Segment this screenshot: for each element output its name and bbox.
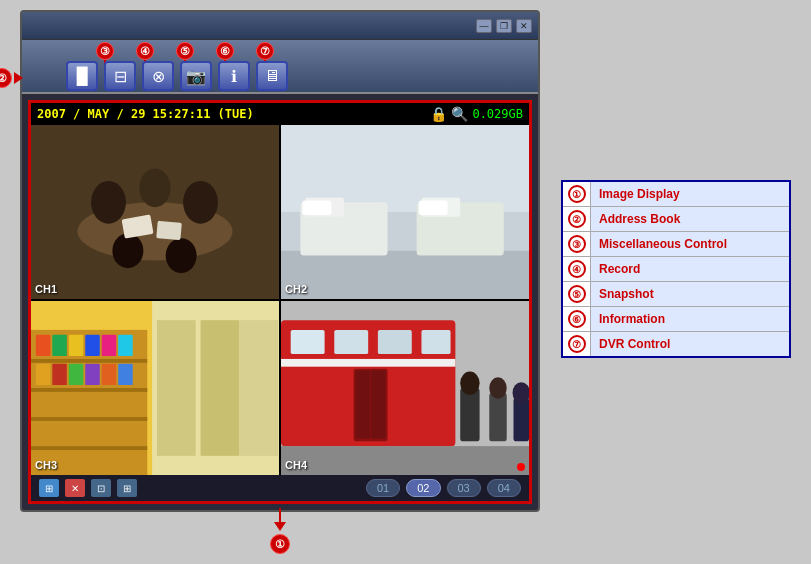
svg-point-3 <box>140 168 171 207</box>
recording-indicator <box>517 463 525 471</box>
legend-label-4: Record <box>591 257 789 281</box>
svg-point-2 <box>91 181 126 224</box>
record-icon: ⊗ <box>152 67 165 86</box>
svg-rect-16 <box>302 200 331 215</box>
toolbar-button-misc[interactable]: ⊟ <box>104 61 136 91</box>
svg-rect-21 <box>31 388 147 392</box>
channel-label-2: CH2 <box>285 283 307 295</box>
annotation-1-container: ① <box>270 508 290 554</box>
legend-circle-7: ⑦ <box>568 335 586 353</box>
svg-rect-34 <box>102 364 117 385</box>
svg-rect-29 <box>118 335 133 356</box>
lock-icon: 🔒 <box>430 106 447 122</box>
info-icon: ℹ <box>231 67 237 86</box>
restore-button[interactable]: ❐ <box>496 19 512 33</box>
svg-rect-23 <box>31 446 147 450</box>
window-controls: — ❐ ✕ <box>476 19 532 33</box>
annotation-1-badge: ① <box>270 534 290 554</box>
channel-btn-04[interactable]: 04 <box>487 479 521 497</box>
video-footer: ⊞ ✕ ⊡ ⊞ 01 02 03 04 <box>31 475 529 501</box>
channel-btn-03[interactable]: 03 <box>447 479 481 497</box>
timestamp-display: 2007 / MAY / 29 15:27:11 (TUE) <box>37 107 254 121</box>
svg-rect-32 <box>69 364 84 385</box>
legend-row-4: ④ Record <box>563 257 789 282</box>
legend-num-6: ⑥ <box>563 307 591 331</box>
svg-point-5 <box>112 233 143 268</box>
annotation-1-arrowhead <box>274 522 286 531</box>
svg-rect-17 <box>419 200 448 215</box>
video-header: 2007 / MAY / 29 15:27:11 (TUE) 🔒 🔍 0.029… <box>31 103 529 125</box>
camera-feed-4[interactable]: CH4 <box>281 301 529 475</box>
svg-point-4 <box>183 181 218 224</box>
svg-rect-43 <box>334 330 368 354</box>
svg-point-6 <box>166 238 197 273</box>
legend-row-7: ⑦ DVR Control <box>563 332 789 356</box>
legend-panel: ① Image Display ② Address Book ③ Miscell… <box>561 180 791 358</box>
toolbar: ③ ④ ⑤ ⑥ ⑦ ▐▌ ⊟ ⊗ <box>22 40 538 94</box>
svg-rect-31 <box>52 364 67 385</box>
toolbar-button-info[interactable]: ℹ <box>218 61 250 91</box>
svg-rect-8 <box>156 221 182 240</box>
legend-label-1: Image Display <box>591 182 789 206</box>
svg-rect-27 <box>85 335 100 356</box>
title-bar: — ❐ ✕ <box>22 12 538 40</box>
svg-rect-25 <box>52 335 67 356</box>
dvr-icon: 🖥 <box>264 67 280 85</box>
channel-label-1: CH1 <box>35 283 57 295</box>
svg-rect-28 <box>102 335 117 356</box>
svg-rect-52 <box>489 393 506 441</box>
toolbar-button-dvr[interactable]: 🖥 <box>256 61 288 91</box>
camera-feed-1[interactable]: CH1 <box>31 125 279 299</box>
legend-table: ① Image Display ② Address Book ③ Miscell… <box>561 180 791 358</box>
svg-rect-24 <box>36 335 51 356</box>
channel-btn-02[interactable]: 02 <box>406 479 440 497</box>
annotation-2-badge: ② <box>0 68 12 88</box>
svg-rect-33 <box>85 364 100 385</box>
toolbar-button-record[interactable]: ⊗ <box>142 61 174 91</box>
annotation-2-arrow <box>14 72 23 84</box>
status-icons: 🔒 🔍 0.029GB <box>430 106 523 122</box>
close-button[interactable]: ✕ <box>516 19 532 33</box>
svg-point-51 <box>460 372 479 395</box>
misc-icon: ⊟ <box>114 67 127 86</box>
camera-grid: CH1 CH2 <box>31 125 529 475</box>
legend-row-1: ① Image Display <box>563 182 789 207</box>
legend-num-7: ⑦ <box>563 332 591 356</box>
legend-circle-3: ③ <box>568 235 586 253</box>
svg-rect-50 <box>460 388 479 441</box>
annotation-1-line <box>279 508 281 522</box>
channel-label-3: CH3 <box>35 459 57 471</box>
legend-row-6: ⑥ Information <box>563 307 789 332</box>
channel-btn-01[interactable]: 01 <box>366 479 400 497</box>
svg-rect-45 <box>421 330 450 354</box>
legend-circle-5: ⑤ <box>568 285 586 303</box>
svg-point-53 <box>489 377 506 398</box>
svg-rect-20 <box>31 359 147 363</box>
legend-num-2: ② <box>563 207 591 231</box>
annotation-2-container: ② <box>0 68 23 88</box>
search-icon: 🔍 <box>451 106 468 122</box>
minimize-button[interactable]: — <box>476 19 492 33</box>
video-area: 2007 / MAY / 29 15:27:11 (TUE) 🔒 🔍 0.029… <box>28 100 532 504</box>
legend-label-5: Snapshot <box>591 282 789 306</box>
legend-circle-1: ① <box>568 185 586 203</box>
svg-rect-37 <box>157 320 196 456</box>
svg-rect-49 <box>281 446 529 475</box>
legend-num-1: ① <box>563 182 591 206</box>
footer-icon-2[interactable]: ✕ <box>65 479 85 497</box>
legend-num-5: ⑤ <box>563 282 591 306</box>
svg-rect-39 <box>239 320 278 456</box>
legend-label-2: Address Book <box>591 207 789 231</box>
footer-icon-4[interactable]: ⊞ <box>117 479 137 497</box>
toolbar-button-addressbook[interactable]: ▐▌ <box>66 61 98 91</box>
legend-circle-2: ② <box>568 210 586 228</box>
svg-rect-38 <box>201 320 240 456</box>
camera-feed-2[interactable]: CH2 <box>281 125 529 299</box>
footer-icon-1[interactable]: ⊞ <box>39 479 59 497</box>
channel-label-4: CH4 <box>285 459 307 471</box>
camera-feed-3[interactable]: CH3 <box>31 301 279 475</box>
svg-rect-30 <box>36 364 51 385</box>
legend-row-3: ③ Miscellaneous Control <box>563 232 789 257</box>
toolbar-button-snapshot[interactable]: 📷 <box>180 61 212 91</box>
footer-icon-3[interactable]: ⊡ <box>91 479 111 497</box>
